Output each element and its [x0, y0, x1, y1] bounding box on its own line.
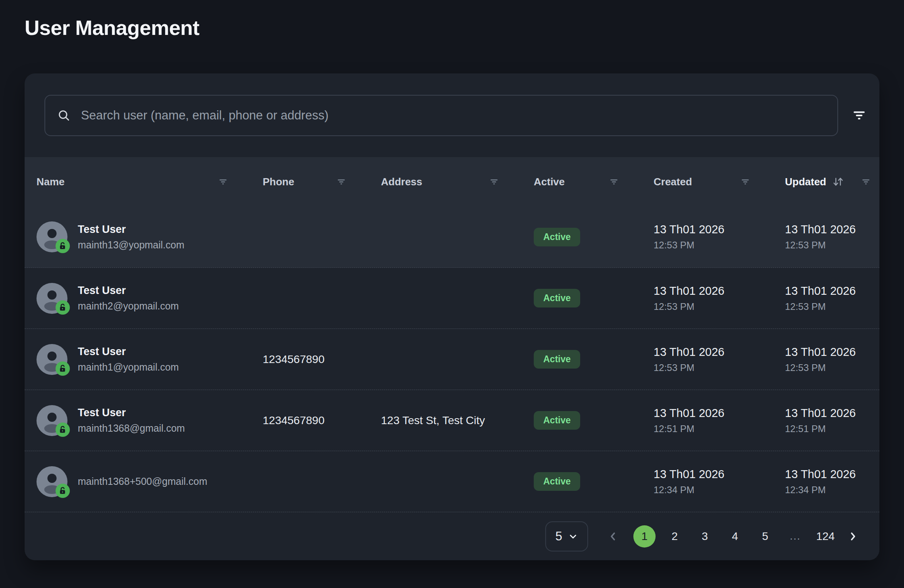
page-number-button-active[interactable]: 1 — [633, 525, 656, 548]
user-identity: mainth1368+500@gmail.com — [78, 476, 207, 487]
updated-date: 13 Th01 2026 — [785, 468, 879, 481]
user-email: mainth1368@gmail.com — [78, 423, 185, 434]
active-cell: Active — [534, 411, 654, 430]
page-ellipsis[interactable]: ... — [784, 525, 806, 548]
page-title: User Management — [25, 16, 199, 40]
created-time: 12:51 PM — [654, 423, 785, 434]
column-header-label: Name — [37, 176, 65, 188]
active-cell: Active — [534, 350, 654, 369]
chevron-right-icon — [847, 531, 858, 542]
updated-date: 13 Th01 2026 — [785, 284, 879, 298]
user-email: mainth13@yopmail.com — [78, 239, 185, 251]
unlock-icon — [58, 303, 67, 312]
avatar — [37, 283, 67, 314]
column-filter-icon[interactable] — [861, 177, 871, 186]
updated-date: 13 Th01 2026 — [785, 407, 879, 420]
active-cell: Active — [534, 228, 654, 246]
unlock-icon — [58, 486, 67, 495]
page-size-select[interactable]: 5 — [545, 521, 588, 551]
previous-page-button[interactable] — [604, 525, 622, 548]
unlock-badge — [56, 239, 70, 253]
phone-cell: 1234567890 — [263, 414, 381, 427]
created-date: 13 Th01 2026 — [654, 346, 785, 359]
updated-time: 12:34 PM — [785, 484, 879, 496]
sort-icon[interactable] — [832, 176, 844, 187]
table-row[interactable]: Test User mainth1368@gmail.com 123456789… — [25, 390, 879, 451]
search-input[interactable] — [80, 108, 825, 123]
created-cell: 13 Th01 2026 12:53 PM — [654, 223, 785, 251]
user-cell: Test User mainth2@yopmail.com — [37, 283, 263, 314]
created-date: 13 Th01 2026 — [654, 407, 785, 420]
table-header-row: Name Phone Address — [25, 157, 879, 206]
updated-cell: 13 Th01 2026 12:34 PM — [785, 468, 879, 496]
created-time: 12:53 PM — [654, 301, 785, 312]
column-header-label: Updated — [785, 176, 826, 188]
created-date: 13 Th01 2026 — [654, 223, 785, 236]
created-date: 13 Th01 2026 — [654, 284, 785, 298]
status-badge: Active — [534, 228, 580, 246]
column-header-created[interactable]: Created — [654, 176, 785, 188]
user-identity: Test User mainth2@yopmail.com — [78, 284, 179, 312]
user-email: mainth1@yopmail.com — [78, 361, 179, 373]
page-buttons: 12345...124 — [629, 525, 841, 548]
column-filter-icon[interactable] — [609, 177, 619, 186]
column-filter-icon[interactable] — [489, 177, 499, 186]
table-row[interactable]: Test User mainth13@yopmail.com Active 13… — [25, 206, 879, 267]
column-filter-icon[interactable] — [337, 177, 346, 186]
avatar — [37, 466, 67, 497]
phone-cell: 1234567890 — [263, 353, 381, 366]
pagination-bar: 5 12345...124 — [25, 512, 879, 560]
table-row[interactable]: Test User mainth1@yopmail.com 1234567890… — [25, 329, 879, 390]
user-name: Test User — [78, 407, 185, 419]
page-size-value: 5 — [555, 529, 562, 544]
updated-cell: 13 Th01 2026 12:51 PM — [785, 407, 879, 434]
user-management-page: User Management — [0, 0, 904, 588]
table-row[interactable]: Test User mainth2@yopmail.com Active 13 … — [25, 267, 879, 329]
next-page-button[interactable] — [844, 525, 862, 548]
column-header-label: Phone — [263, 176, 294, 188]
page-number-button[interactable]: 2 — [664, 525, 686, 548]
unlock-badge — [56, 361, 70, 376]
column-header-address[interactable]: Address — [381, 176, 534, 188]
table-row[interactable]: mainth1368+500@gmail.com Active 13 Th01 … — [25, 451, 879, 512]
column-header-phone[interactable]: Phone — [263, 176, 381, 188]
updated-time: 12:51 PM — [785, 423, 879, 434]
updated-cell: 13 Th01 2026 12:53 PM — [785, 223, 879, 251]
users-card: Name Phone Address — [25, 73, 879, 560]
column-header-active[interactable]: Active — [534, 176, 654, 188]
unlock-badge — [56, 484, 70, 498]
column-header-name[interactable]: Name — [37, 176, 263, 188]
status-badge: Active — [534, 472, 580, 491]
status-badge: Active — [534, 289, 580, 307]
updated-time: 12:53 PM — [785, 240, 879, 251]
user-name: Test User — [78, 223, 185, 236]
updated-date: 13 Th01 2026 — [785, 223, 879, 236]
column-header-label: Address — [381, 176, 422, 188]
avatar — [37, 221, 67, 252]
active-cell: Active — [534, 289, 654, 307]
column-header-updated[interactable]: Updated — [785, 176, 879, 188]
updated-date: 13 Th01 2026 — [785, 346, 879, 359]
created-cell: 13 Th01 2026 12:53 PM — [654, 346, 785, 373]
chevron-left-icon — [608, 531, 619, 542]
unlock-badge — [56, 423, 70, 437]
page-number-button[interactable]: 4 — [724, 525, 746, 548]
created-cell: 13 Th01 2026 12:51 PM — [654, 407, 785, 434]
status-badge: Active — [534, 350, 580, 369]
column-filter-icon[interactable] — [218, 177, 228, 186]
table-body: Test User mainth13@yopmail.com Active 13… — [25, 206, 879, 512]
page-number-button[interactable]: 3 — [694, 525, 716, 548]
column-header-label: Created — [654, 176, 692, 188]
user-identity: Test User mainth1368@gmail.com — [78, 407, 185, 434]
active-cell: Active — [534, 472, 654, 491]
page-number-button[interactable]: 124 — [814, 525, 837, 548]
page-number-button[interactable]: 5 — [754, 525, 776, 548]
created-date: 13 Th01 2026 — [654, 468, 785, 481]
column-filter-icon[interactable] — [741, 177, 750, 186]
filter-funnel-icon — [852, 108, 867, 123]
user-email: mainth2@yopmail.com — [78, 300, 179, 312]
user-cell: Test User mainth1@yopmail.com — [37, 344, 263, 375]
search-box[interactable] — [44, 95, 838, 136]
filter-button[interactable] — [846, 102, 872, 129]
status-badge: Active — [534, 411, 580, 430]
